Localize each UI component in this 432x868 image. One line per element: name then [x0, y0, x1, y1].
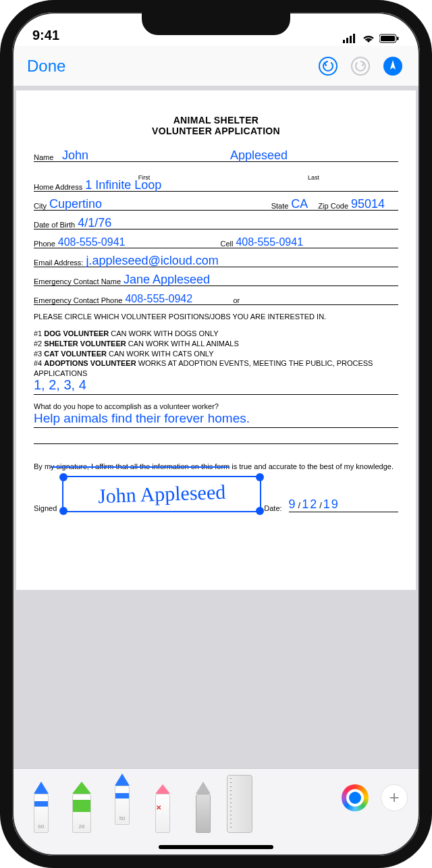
value-positions-chosen: 1, 2, 3, 4 — [34, 379, 398, 395]
value-sign-date: 9 / 12 / 19 — [289, 497, 398, 512]
ruler-tool[interactable] — [227, 775, 252, 833]
label-phone: Phone — [34, 240, 55, 248]
pencil-tool[interactable]: 50 — [105, 760, 139, 825]
value-dob: 4/1/76 — [78, 217, 398, 229]
battery-icon — [379, 34, 400, 43]
color-picker-button[interactable] — [342, 784, 369, 811]
document-page: ANIMAL SHELTER VOLUNTEER APPLICATION Nam… — [16, 90, 416, 590]
sublabel-last: Last — [229, 174, 398, 181]
status-time: 9:41 — [32, 28, 59, 43]
done-button[interactable]: Done — [27, 57, 65, 76]
svg-rect-1 — [346, 38, 348, 43]
label-or: or — [233, 296, 240, 304]
undo-button[interactable] — [316, 54, 340, 78]
label-email: Email Address: — [34, 259, 83, 267]
signature-selection-box[interactable]: John Appleseed — [62, 476, 261, 512]
value-econtact-phone: 408-555-0942 — [125, 294, 233, 304]
value-econtact-name: Jane Appleseed — [124, 273, 398, 286]
label-address: Home Address — [34, 183, 82, 191]
svg-rect-3 — [353, 34, 355, 43]
label-zip: Zip Code — [318, 202, 348, 210]
accomplish-question: What do you hope to accomplish as a volu… — [34, 402, 398, 412]
marker-size-label: 28 — [73, 823, 90, 830]
navigation-bar: Done — [12, 46, 420, 86]
sublabel-first: First — [59, 174, 229, 181]
svg-point-7 — [319, 57, 337, 75]
svg-rect-2 — [350, 36, 352, 43]
highlighter-tool[interactable]: 28 — [65, 768, 99, 833]
value-city: Cupertino — [49, 198, 271, 210]
resize-handle-icon[interactable] — [256, 473, 264, 481]
resize-handle-icon[interactable] — [59, 473, 68, 481]
svg-rect-6 — [397, 37, 399, 40]
document-canvas[interactable]: ANIMAL SHELTER VOLUNTEER APPLICATION Nam… — [12, 86, 420, 856]
value-first-name: John — [62, 149, 230, 161]
positions-intro: PLEASE CIRCLE WHICH VOLUNTEER POSITIONS/… — [34, 312, 398, 322]
home-indicator[interactable] — [159, 845, 273, 849]
value-last-name: Appleseed — [230, 149, 398, 161]
svg-rect-0 — [343, 40, 345, 43]
svg-rect-5 — [381, 36, 395, 41]
label-econtact-phone: Emergency Contact Phone — [34, 296, 122, 304]
form-title-2: VOLUNTEER APPLICATION — [34, 126, 398, 136]
label-name: Name — [34, 153, 59, 161]
value-email: j.appleseed@icloud.com — [86, 254, 398, 267]
positions-list: #1 DOG VOLUNTEER CAN WORK WITH DOGS ONLY… — [34, 329, 398, 379]
current-color-swatch — [349, 792, 361, 804]
markup-tool-tray: 60 28 50 ✕ + — [12, 768, 420, 856]
affirmation-text: By my signature, I affirm that all the i… — [34, 462, 398, 472]
resize-handle-icon[interactable] — [256, 507, 264, 515]
eraser-x-icon: ✕ — [156, 804, 161, 811]
svg-point-8 — [352, 57, 369, 75]
label-date: Date: — [264, 504, 281, 512]
lasso-tool[interactable] — [186, 768, 220, 833]
wifi-icon — [362, 34, 375, 43]
blank-line — [34, 428, 398, 444]
screen: 9:41 Done ANIMAL SHELTER — [12, 12, 420, 856]
value-zip: 95014 — [351, 198, 398, 210]
markup-toggle-button[interactable] — [381, 54, 405, 78]
value-phone: 408-555-0941 — [58, 237, 221, 248]
pen-size-label: 60 — [34, 823, 48, 830]
form-title-1: ANIMAL SHELTER — [34, 115, 398, 126]
eraser-tool[interactable]: ✕ — [146, 768, 180, 833]
label-signed: Signed — [34, 504, 57, 512]
redo-button[interactable] — [348, 54, 373, 78]
value-accomplish: Help animals find their forever homes. — [34, 412, 398, 428]
label-state: State — [271, 202, 289, 210]
pen-tool[interactable]: 60 — [24, 768, 58, 833]
label-econtact-name: Emergency Contact Name — [34, 277, 121, 286]
pencil-size-label: 50 — [115, 815, 129, 821]
signature-value[interactable]: John Appleseed — [98, 481, 226, 508]
label-dob: Date of Birth — [34, 221, 75, 229]
value-cell: 408-555-0941 — [236, 237, 398, 248]
add-annotation-button[interactable]: + — [381, 784, 408, 811]
resize-handle-icon[interactable] — [59, 507, 68, 515]
cellular-signal-icon — [343, 34, 358, 43]
label-cell: Cell — [220, 240, 233, 248]
label-city: City — [34, 202, 47, 210]
value-state: CA — [291, 198, 318, 210]
